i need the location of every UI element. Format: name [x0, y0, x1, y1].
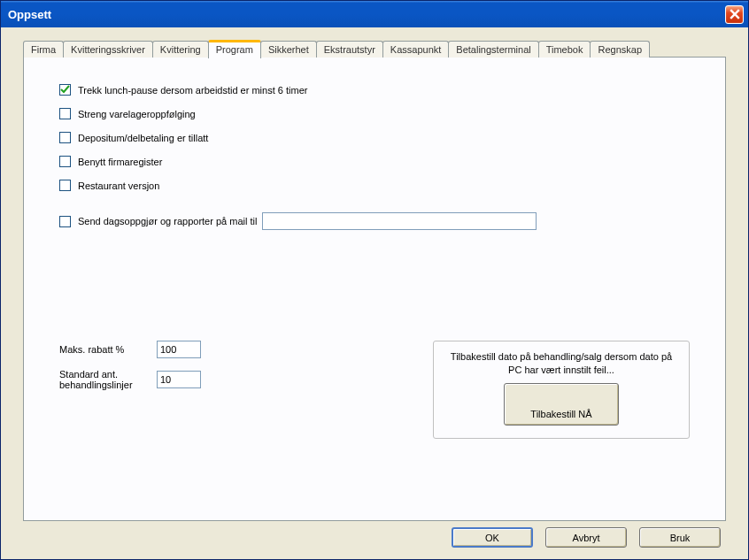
row-lunch-pause: Trekk lunch-pause dersom arbeidstid er m… — [59, 84, 690, 96]
checkbox-restaurant[interactable] — [59, 180, 71, 191]
tab-kassapunkt[interactable]: Kassapunkt — [382, 41, 449, 58]
window-title: Oppsett — [8, 8, 51, 21]
label-firmaregister: Benytt firmaregister — [78, 157, 162, 167]
close-icon — [730, 9, 740, 19]
settings-window: Oppsett Firma Kvitteringsskriver Kvitter… — [0, 0, 749, 560]
label-restaurant: Restaurant versjon — [78, 180, 159, 191]
label-std-lines: Standard ant. behandlingslinjer — [59, 369, 157, 390]
checkbox-mail[interactable] — [59, 216, 71, 227]
left-fields: Maks. rabatt % Standard ant. behandlings… — [59, 341, 210, 390]
label-max-rabatt: Maks. rabatt % — [59, 344, 157, 355]
checkmark-icon — [60, 85, 70, 95]
cancel-button[interactable]: Avbryt — [545, 527, 627, 548]
row-restaurant: Restaurant versjon — [59, 180, 690, 191]
checkbox-lunch-pause[interactable] — [59, 84, 71, 96]
ok-button[interactable]: OK — [452, 527, 533, 548]
checkbox-varelager[interactable] — [59, 108, 71, 119]
row-firmaregister: Benytt firmaregister — [59, 156, 690, 167]
tab-regnskap[interactable]: Regnskap — [590, 41, 650, 58]
close-button[interactable] — [725, 5, 744, 24]
tab-sikkerhet[interactable]: Sikkerhet — [260, 41, 317, 58]
apply-button[interactable]: Bruk — [639, 527, 721, 548]
reset-text: Tilbakestill dato på behandling/salg der… — [450, 350, 673, 378]
tab-program[interactable]: Program — [208, 40, 261, 58]
mail-input[interactable] — [262, 212, 537, 230]
inner-panel: Firma Kvitteringsskriver Kvittering Prog… — [23, 38, 726, 521]
label-mail: Send dagsoppgjør og rapporter på mail ti… — [78, 216, 257, 226]
row-depositum: Depositum/delbetaling er tillatt — [59, 132, 690, 143]
content-frame: Firma Kvitteringsskriver Kvittering Prog… — [4, 27, 745, 556]
reset-button[interactable]: Tilbakestill NÅ — [504, 383, 619, 426]
row-mail: Send dagsoppgjør og rapporter på mail ti… — [59, 212, 690, 230]
tab-timebok[interactable]: Timebok — [538, 41, 591, 58]
label-lunch-pause: Trekk lunch-pause dersom arbeidstid er m… — [78, 85, 307, 96]
tab-strip: Firma Kvitteringsskriver Kvittering Prog… — [23, 38, 726, 58]
dialog-buttons: OK Avbryt Bruk — [452, 527, 721, 548]
reset-button-label: Tilbakestill NÅ — [530, 409, 591, 419]
row-varelager: Streng varelageroppfølging — [59, 108, 690, 119]
input-std-lines[interactable] — [157, 371, 201, 388]
tab-ekstrautstyr[interactable]: Ekstrautstyr — [316, 41, 383, 58]
tab-content-program: Trekk lunch-pause dersom arbeidstid er m… — [23, 57, 726, 521]
tab-kvitteringsskriver[interactable]: Kvitteringsskriver — [63, 41, 153, 58]
checkbox-firmaregister[interactable] — [59, 156, 71, 167]
tab-firma[interactable]: Firma — [23, 41, 64, 58]
input-max-rabatt[interactable] — [157, 341, 201, 358]
bottom-row: Maks. rabatt % Standard ant. behandlings… — [59, 341, 690, 439]
checkbox-depositum[interactable] — [59, 132, 71, 143]
label-depositum: Depositum/delbetaling er tillatt — [78, 133, 208, 143]
reset-group: Tilbakestill dato på behandling/salg der… — [433, 341, 690, 439]
label-varelager: Streng varelageroppfølging — [78, 109, 196, 119]
tab-betalingsterminal[interactable]: Betalingsterminal — [448, 41, 538, 58]
titlebar: Oppsett — [1, 1, 748, 27]
tab-kvittering[interactable]: Kvittering — [152, 41, 209, 58]
